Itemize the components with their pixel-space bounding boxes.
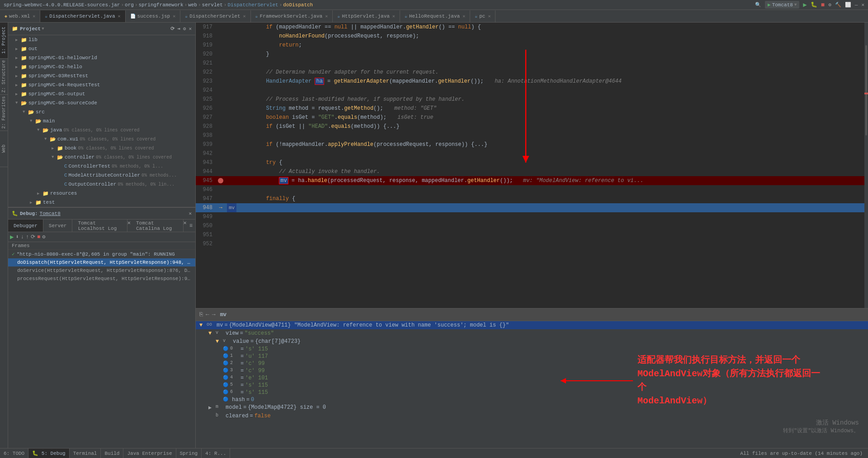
var-item[interactable]: 🔵 1 = 'u' 117	[196, 353, 868, 360]
favorites-tab[interactable]: 2: Favorites	[0, 95, 8, 131]
var-item[interactable]: 🔵 hash = 0	[196, 396, 868, 403]
var-item[interactable]: 🔵 6 = 's' 115	[196, 389, 868, 396]
debug-button[interactable]: 🐛	[811, 1, 817, 8]
list-item[interactable]: ▶ 📁 springMVC-04-RequestTest	[8, 80, 195, 89]
var-item[interactable]: ▼ oo mv = {ModelAndView@4711} "ModelAndV…	[196, 321, 868, 329]
close-tab-icon[interactable]: ✕	[488, 14, 491, 19]
debug-btn[interactable]: 🐛 5: Debug	[28, 449, 69, 458]
spring-btn[interactable]: Spring	[176, 449, 202, 458]
list-item[interactable]: C ModelAttributeController 0% methods...	[8, 171, 195, 180]
var-item[interactable]: 🔵 2 = 'c' 99	[196, 360, 868, 367]
list-item[interactable]: ▼ 📂 src	[8, 107, 195, 117]
close-tab-icon[interactable]: ✕	[243, 14, 245, 19]
list-item[interactable]: ▶ 📁 springMVC-03RestTest	[8, 71, 195, 80]
tab-dispatcher-servlet[interactable]: ☕ DispatcherServlet.java ✕	[40, 10, 125, 22]
collapse-icon[interactable]: ⇥	[177, 26, 180, 32]
maximize-icon[interactable]: ⬜	[845, 2, 851, 8]
tab-framework-servlet[interactable]: ☕ FrameworkServlet.java ✕	[251, 10, 333, 22]
build-btn[interactable]: Build	[101, 449, 123, 458]
list-item[interactable]: ▼ 📂 springMVC-06-sourceCode	[8, 98, 195, 107]
java-enterprise-btn[interactable]: Java Enterprise	[123, 449, 176, 458]
close-tab-icon[interactable]: ✕	[118, 14, 121, 19]
close-tab-icon[interactable]: ✕	[173, 14, 175, 19]
tomcat-catalina-tab[interactable]: Tomcat Catalina Log	[131, 220, 184, 232]
run-button[interactable]: ▶	[803, 1, 807, 9]
debugger-tab[interactable]: Debugger	[8, 220, 43, 232]
stop-button[interactable]: ■	[821, 1, 825, 9]
list-item[interactable]: ▶ 📁 springMVC-02-hello	[8, 62, 195, 71]
sync-icon[interactable]: ⟳	[170, 26, 175, 32]
close-tab-icon[interactable]: ✕	[392, 14, 395, 19]
stop-debug-btn[interactable]: ■	[37, 234, 40, 240]
run-btn[interactable]: 4: R...	[202, 449, 230, 458]
close-sidebar-icon[interactable]: ✕	[189, 26, 192, 32]
settings-icon[interactable]: ⚙	[828, 2, 831, 8]
var-item[interactable]: 🔵 0 = 's' 115	[196, 346, 868, 353]
close-tab-icon[interactable]: ✕	[325, 14, 328, 19]
list-item[interactable]: ▶ 📁 springMVC-01-helloworld	[8, 53, 195, 62]
close-tab-icon[interactable]: ✕	[462, 14, 465, 19]
list-item[interactable]: ▶ 📁 out	[8, 44, 195, 53]
resume-btn[interactable]: ▶	[10, 233, 14, 241]
stack-frame-active[interactable]: doDispatch(HttpServletRequest, HttpServl…	[8, 258, 195, 266]
settings-debug-btn[interactable]: ⚙	[42, 234, 45, 240]
copy-icon[interactable]: ⎘	[199, 311, 203, 318]
back-btn[interactable]: ←	[206, 311, 209, 318]
step-over-btn[interactable]: ⬇	[15, 234, 19, 240]
more-tabs-btn[interactable]: ≡	[187, 220, 195, 232]
terminal-btn[interactable]: Terminal	[70, 449, 101, 458]
code-line: 926 String method = request.getMethod();…	[196, 104, 868, 113]
var-item[interactable]: 🔵 5 = 's' 115	[196, 382, 868, 389]
tab-web-xml[interactable]: ◈ web.xml ✕	[0, 10, 40, 22]
var-item[interactable]: ▼ v view = "success"	[196, 329, 868, 337]
var-item[interactable]: ▶ m model = {ModelMap@4722} size = 0	[196, 403, 868, 412]
list-item[interactable]: C OutputController 0% methods, 0% lin...	[8, 180, 195, 189]
tab-pc[interactable]: ☕ pc ✕	[470, 10, 495, 22]
close-tab-btn[interactable]: ✕	[127, 220, 131, 232]
rerun-btn[interactable]: ⟳	[31, 234, 35, 240]
thread-item[interactable]: ✓ *http-nio-8080-exec-8*@2,605 in group …	[8, 250, 195, 258]
structure-tab[interactable]: Z: Structure	[0, 59, 8, 95]
breakpoint-gutter[interactable]	[216, 176, 225, 185]
forward-btn[interactable]: →	[212, 311, 216, 318]
close-tab-icon[interactable]: ✕	[33, 14, 35, 19]
list-item[interactable]: ▶ 📁 book 0% classes, 0% lines covered	[8, 144, 195, 153]
var-item-cleared[interactable]: b cleared = false	[196, 412, 868, 420]
web-tab[interactable]: Web	[0, 131, 8, 167]
search-icon[interactable]: 🔍	[755, 2, 761, 8]
minimize-icon[interactable]: —	[855, 2, 858, 8]
var-item[interactable]: ▼ v value = {char[7]@4723}	[196, 337, 868, 346]
build-icon[interactable]: 🔨	[835, 2, 841, 8]
var-item[interactable]: 🔵 4 = 'e' 101	[196, 374, 868, 382]
list-item[interactable]: ▶ 📁 test	[8, 198, 195, 207]
close-icon[interactable]: ✕	[861, 2, 864, 8]
tab-dispatcher-servlet2[interactable]: ☕ DispatcherServlet ✕	[180, 10, 250, 22]
stack-frame-1[interactable]: doService(HttpServletRequest, HttpServle…	[8, 266, 195, 275]
step-into-btn[interactable]: ↓	[21, 234, 24, 240]
tomcat-selector[interactable]: ▶ Tomcat8 ▼	[765, 1, 799, 9]
tomcat-localhost-tab[interactable]: Tomcat Localhost Log	[72, 220, 127, 232]
settings-tree-icon[interactable]: ⚙	[183, 26, 186, 32]
list-item[interactable]: ▶ 📁 resources	[8, 189, 195, 198]
close-tab-btn2[interactable]: ✕	[184, 220, 187, 232]
code-line: 918 noHandlerFound(processedRequest, res…	[196, 32, 868, 41]
tomcat-debug-label[interactable]: Tomcat8	[40, 211, 61, 216]
project-tab[interactable]: 1: Project	[0, 23, 8, 59]
stack-frame-2[interactable]: processRequest(HttpServletRequest, HttpS…	[8, 275, 195, 283]
list-item[interactable]: ▶ 📁 springMVC-05-output	[8, 89, 195, 98]
list-item[interactable]: ▼ 📂 controller 0% classes, 0% lines cove…	[8, 153, 195, 162]
xml-icon: ◈	[5, 14, 7, 19]
list-item[interactable]: ▼ 📂 main	[8, 117, 195, 126]
list-item[interactable]: ▶ 📁 lib	[8, 35, 195, 44]
var-item[interactable]: 🔵 3 = 'c' 99	[196, 367, 868, 374]
tab-http-servlet[interactable]: ☕ HttpServlet.java ✕	[333, 10, 400, 22]
todo-btn[interactable]: 6: TODO	[0, 449, 28, 458]
tab-success-jsp[interactable]: 📄 success.jsp ✕	[126, 10, 181, 22]
server-tab[interactable]: Server	[43, 220, 73, 232]
close-debug-icon[interactable]: ✕	[189, 210, 192, 216]
list-item[interactable]: C ControllerTest 0% methods, 0% l...	[8, 162, 195, 171]
tab-hello-request[interactable]: ☕ HelloRequest.java ✕	[400, 10, 470, 22]
step-out-btn[interactable]: ↑	[26, 234, 29, 240]
list-item[interactable]: ▼ 📂 com.xu1 0% classes, 0% lines covered	[8, 135, 195, 144]
list-item[interactable]: ▼ 📂 java 0% classes, 0% lines covered	[8, 126, 195, 135]
